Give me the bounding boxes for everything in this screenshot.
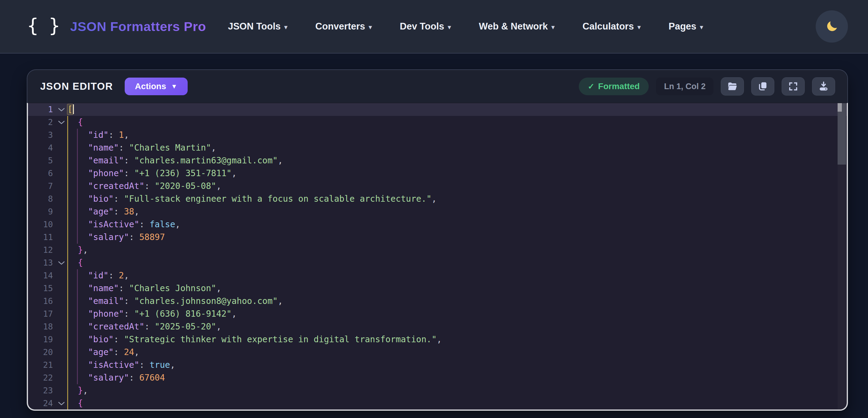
code-text: "email": "charles.martin63@gmail.com", [67,154,283,167]
cursor-position-text: Ln 1, Col 2 [664,82,706,91]
code-line[interactable]: 13 { [28,257,847,269]
line-number: 2 [28,116,53,129]
actions-button[interactable]: Actions ▼ [125,78,188,95]
code-line[interactable]: 10 "isActive": false, [28,218,847,231]
nav-item-calculators[interactable]: Calculators▾ [582,21,641,32]
fold-chevron-icon[interactable] [55,257,67,269]
gutter: 10 [28,218,67,231]
page-title: JSON EDITOR [40,81,113,92]
code-line[interactable]: 24 { [28,397,847,410]
code-line[interactable]: 23 }, [28,384,847,397]
gutter: 2 [28,116,67,129]
code-line[interactable]: 20 "age": 24, [28,346,847,359]
fold-slot [55,371,67,384]
nav-item-pages[interactable]: Pages▾ [669,21,703,32]
line-number: 19 [28,333,53,346]
code-text: "createdAt": "2020-05-08", [67,180,221,192]
code-line[interactable]: 21 "isActive": true, [28,359,847,371]
nav-item-label: Converters [315,21,365,32]
code-line[interactable]: 8 "bio": "Full-stack engineer with a foc… [28,192,847,205]
chevron-down-icon: ▾ [284,22,287,31]
editor-toolbar: ✓ Formatted Ln 1, Col 2 [579,77,835,95]
code-line[interactable]: 4 "name": "Charles Martin", [28,142,847,154]
nav-item-json-tools[interactable]: JSON Tools▾ [228,21,287,32]
fold-slot [55,307,67,320]
nav-item-web-network[interactable]: Web & Network▾ [479,21,554,32]
line-number: 12 [28,244,53,257]
line-number: 8 [28,192,53,205]
code-line[interactable]: 7 "createdAt": "2020-05-08", [28,180,847,192]
gutter: 14 [28,269,67,282]
code-text: "name": "Charles Johnson", [67,282,221,295]
gutter: 7 [28,180,67,192]
fold-chevron-icon[interactable] [55,116,67,129]
code-line[interactable]: 3 "id": 1, [28,129,847,142]
json-editor-card: JSON EDITOR Actions ▼ ✓ Formatted Ln 1, … [27,69,848,411]
code-line[interactable]: 9 "age": 38, [28,205,847,218]
code-text: "salary": 67604 [67,371,165,384]
nav-item-label: Web & Network [479,21,548,32]
line-number: 13 [28,257,53,269]
json-editor[interactable]: 1[2 {3 "id": 1,4 "name": "Charles Martin… [27,103,848,411]
code-text: "phone": "+1 (636) 816-9142", [67,307,237,320]
braces-icon: { } [27,16,62,37]
copy-button[interactable] [751,77,774,95]
chevron-down-icon: ▾ [700,22,703,31]
code-line[interactable]: 16 "email": "charles.johnson8@yahoo.com"… [28,295,847,307]
theme-toggle-button[interactable] [816,10,848,42]
code-line[interactable]: 1[ [28,103,847,116]
code-line[interactable]: 11 "salary": 58897 [28,231,847,244]
download-button[interactable] [812,77,835,95]
status-badge-label: Formatted [598,82,640,91]
code-line[interactable]: 5 "email": "charles.martin63@gmail.com", [28,154,847,167]
nav-item-dev-tools[interactable]: Dev Tools▾ [400,21,451,32]
line-number: 22 [28,371,53,384]
code-line[interactable]: 17 "phone": "+1 (636) 816-9142", [28,307,847,320]
fold-slot [55,333,67,346]
code-line[interactable]: 14 "id": 2, [28,269,847,282]
nav-item-label: Pages [669,21,696,32]
chevron-down-icon: ▾ [448,22,451,31]
chevron-down-icon: ▾ [551,22,554,31]
code-text: "salary": 58897 [67,231,165,244]
code-text: "isActive": false, [67,218,180,231]
code-text: "name": "Charles Martin", [67,142,216,154]
code-line[interactable]: 12 }, [28,244,847,257]
line-number: 3 [28,129,53,142]
code-line[interactable]: 2 { [28,116,847,129]
editor-scrollbar[interactable] [838,103,846,410]
status-badge: ✓ Formatted [579,78,649,95]
editor-header: JSON EDITOR Actions ▼ ✓ Formatted Ln 1, … [27,70,847,103]
code-line[interactable]: 18 "createdAt": "2025-05-20", [28,320,847,333]
fold-chevron-icon[interactable] [55,397,67,410]
fold-slot [55,218,67,231]
fullscreen-button[interactable] [782,77,805,95]
line-number: 20 [28,346,53,359]
code-line[interactable]: 22 "salary": 67604 [28,371,847,384]
fold-chevron-icon[interactable] [55,103,67,116]
nav-item-converters[interactable]: Converters▾ [315,21,372,32]
fold-slot [55,142,67,154]
app-logo[interactable]: { } JSON Formatters Pro [27,16,206,37]
gutter: 18 [28,320,67,333]
code-text: "id": 2, [67,269,129,282]
fold-slot [55,244,67,257]
line-number: 15 [28,282,53,295]
code-text: [ [67,103,74,116]
code-line[interactable]: 19 "bio": "Strategic thinker with expert… [28,333,847,346]
code-line[interactable]: 15 "name": "Charles Johnson", [28,282,847,295]
code-line[interactable]: 6 "phone": "+1 (236) 351-7811", [28,167,847,180]
code-text: "id": 1, [67,129,129,142]
scrollbar-thumb[interactable] [838,103,846,165]
check-icon: ✓ [588,82,595,91]
app-title: JSON Formatters Pro [70,19,206,34]
open-file-button[interactable] [721,77,744,95]
code-text: "bio": "Strategic thinker with expertise… [67,333,442,346]
line-number: 7 [28,180,53,192]
gutter: 20 [28,346,67,359]
gutter: 23 [28,384,67,397]
code-text: }, [67,384,88,397]
line-number: 6 [28,167,53,180]
code-text: { [67,116,83,129]
line-number: 9 [28,205,53,218]
